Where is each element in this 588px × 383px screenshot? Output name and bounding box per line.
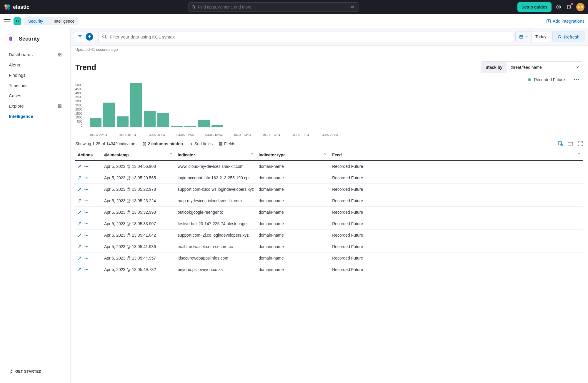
user-avatar[interactable]: MN	[576, 3, 584, 11]
sidebar-item-label: Cases	[9, 93, 21, 98]
chart-bar[interactable]	[90, 118, 101, 127]
col-feed[interactable]: Feed	[330, 150, 583, 160]
chart-bar[interactable]	[184, 126, 196, 127]
svg-rect-19	[145, 142, 146, 145]
global-search[interactable]: ⌘/	[188, 2, 359, 12]
expand-row-button[interactable]	[78, 188, 81, 191]
sidebar-item-intelligence[interactable]: Intelligence	[0, 111, 70, 121]
expand-row-button[interactable]	[78, 268, 81, 272]
setup-guides-button[interactable]: Setup guides	[517, 2, 552, 12]
sidebar-item-alerts[interactable]: Alerts	[0, 60, 70, 70]
fields-button[interactable]: Fields	[219, 141, 235, 146]
expand-row-button[interactable]	[78, 245, 81, 249]
add-filter-button[interactable]	[86, 33, 93, 41]
chart-bar[interactable]	[144, 111, 156, 127]
fullscreen-button[interactable]	[577, 141, 583, 147]
row-actions-button[interactable]: •••	[84, 210, 89, 214]
elastic-logo[interactable]: elastic	[4, 4, 29, 11]
expand-icon	[78, 199, 81, 203]
cell-indicator: www.icloud-my-devices.sms-kit.com	[175, 160, 256, 172]
stack-by-value: threat.feed.name	[511, 65, 542, 70]
cell-type: domain-name	[256, 218, 330, 230]
legend-menu-button[interactable]: •••	[574, 77, 580, 82]
news-icon[interactable]	[566, 4, 573, 11]
sort-fields-button[interactable]: Sort fields	[189, 141, 213, 146]
calendar-icon	[519, 35, 523, 39]
legend-dot-icon	[528, 78, 531, 81]
row-actions-button[interactable]: •••	[84, 165, 89, 168]
row-actions-button[interactable]: •••	[84, 233, 89, 237]
svg-rect-18	[143, 142, 144, 145]
svg-rect-13	[60, 105, 61, 106]
kql-input[interactable]	[110, 34, 509, 39]
sidebar-item-dashboards[interactable]: Dashboards	[0, 49, 70, 60]
keyboard-button[interactable]	[567, 141, 573, 147]
expand-row-button[interactable]	[78, 256, 81, 260]
expand-icon	[78, 222, 81, 226]
space-badge[interactable]: D	[14, 17, 21, 25]
cell-indicator: outlookgoogle-menger.tk	[175, 207, 256, 218]
sidebar-item-label: Explore	[9, 103, 24, 108]
expand-row-button[interactable]	[78, 199, 81, 203]
inspect-button[interactable]	[557, 141, 563, 147]
row-actions-button[interactable]: •••	[84, 199, 89, 203]
y-tick: 3500	[75, 95, 82, 99]
sidebar-item-label: Timelines	[9, 83, 28, 88]
col-indicator[interactable]: Indicator	[175, 150, 256, 160]
sidebar-item-findings[interactable]: Findings	[0, 70, 70, 80]
cell-ts: Apr 5, 2023 @ 13:05:32.993	[102, 207, 175, 218]
row-actions-button[interactable]: •••	[84, 176, 89, 180]
filter-bar: Today Refresh	[71, 28, 588, 46]
add-integrations-link[interactable]: Add integrations	[546, 19, 584, 24]
stack-by-label: Stack by	[481, 62, 507, 73]
kql-query-bar[interactable]	[98, 31, 513, 42]
filter-options-button[interactable]	[76, 31, 84, 42]
chart-bar[interactable]	[157, 113, 169, 127]
cell-feed: Recorded Future	[330, 218, 583, 230]
col-indicator-type[interactable]: Indicator type	[256, 150, 330, 160]
breadcrumb-security[interactable]: Security	[24, 17, 47, 25]
row-actions-button[interactable]: •••	[84, 188, 89, 191]
row-actions-button[interactable]: •••	[84, 268, 89, 271]
chart-bar[interactable]	[211, 125, 223, 127]
row-actions-button[interactable]: •••	[84, 222, 89, 225]
help-icon[interactable]	[555, 4, 562, 11]
columns-icon	[142, 142, 146, 146]
global-search-input[interactable]	[198, 5, 349, 9]
chart-bar[interactable]	[130, 83, 142, 127]
expand-row-button[interactable]	[78, 222, 81, 226]
cell-type: domain-name	[256, 230, 330, 241]
cell-type: domain-name	[256, 195, 330, 207]
cell-ts: Apr 5, 2023 @ 13:05:22.978	[102, 184, 175, 195]
table-row: •••Apr 5, 2023 @ 13:05:41.042support.com…	[75, 230, 583, 241]
showing-count: Showing 1-25 of 14349 indicators	[75, 141, 136, 146]
elastic-logo-icon	[4, 4, 11, 11]
expand-row-button[interactable]	[78, 176, 81, 180]
expand-icon	[78, 268, 81, 272]
trend-chart: 5000450040003500300025002000150010005000	[75, 83, 583, 133]
expand-row-button[interactable]	[78, 233, 81, 237]
row-actions-button[interactable]: •••	[84, 256, 89, 260]
chart-bar[interactable]	[117, 116, 129, 127]
cell-indicator: login-account-info.162-213-255-190.cpr..…	[175, 172, 256, 184]
chart-bar[interactable]	[198, 120, 210, 127]
svg-rect-20	[219, 142, 222, 145]
nav-toggle-button[interactable]	[4, 18, 11, 25]
sidebar-item-explore[interactable]: Explore	[0, 101, 70, 111]
columns-hidden-button[interactable]: 2 columns hidden	[142, 141, 183, 146]
get-started-button[interactable]: GET STARTED	[0, 366, 70, 377]
date-picker[interactable]: Today	[515, 31, 550, 42]
chevron-down-icon	[324, 153, 327, 155]
sidebar-item-timelines[interactable]: Timelines	[0, 80, 70, 91]
col-timestamp[interactable]: @timestamp	[102, 150, 175, 160]
chart-bar[interactable]	[103, 103, 115, 127]
refresh-button[interactable]: Refresh	[552, 31, 584, 42]
expand-row-button[interactable]	[78, 165, 81, 168]
expand-row-button[interactable]	[78, 210, 81, 214]
sidebar-item-cases[interactable]: Cases	[0, 91, 70, 101]
chart-bar[interactable]	[171, 126, 183, 127]
row-actions-button[interactable]: •••	[84, 245, 89, 248]
y-tick: 500	[77, 120, 82, 123]
stack-by-select[interactable]: Stack by threat.feed.name	[481, 61, 583, 73]
table-row: •••Apr 5, 2023 @ 13:05:20.565login-accou…	[75, 172, 583, 184]
